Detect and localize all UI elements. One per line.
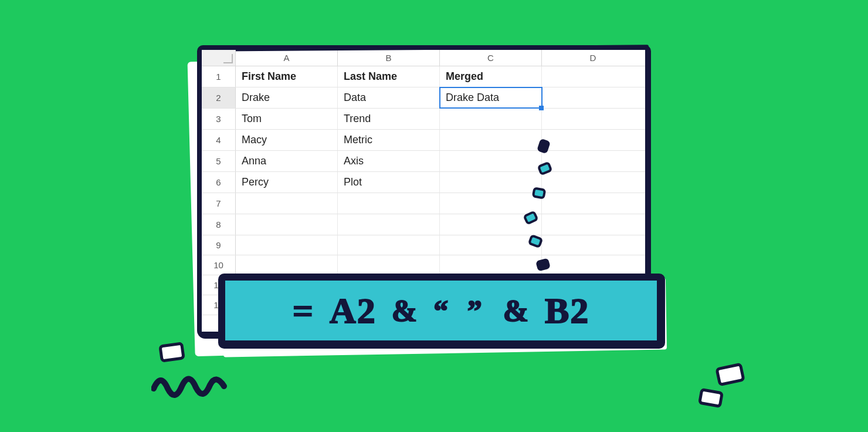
cell-a1[interactable]: First Name — [236, 66, 338, 87]
formula-ampersand: & — [503, 293, 530, 328]
cell-c10[interactable] — [440, 255, 542, 275]
cell-a3[interactable]: Tom — [236, 109, 338, 129]
decor-crumb-icon — [698, 388, 724, 409]
cell-c6[interactable] — [440, 172, 542, 193]
table-row: 7 — [202, 193, 645, 214]
cell-d7[interactable] — [542, 193, 644, 214]
cell-a4[interactable]: Macy — [236, 130, 338, 150]
cell-d3[interactable] — [542, 109, 644, 129]
row-header[interactable]: 10 — [202, 255, 236, 275]
cell-b4[interactable]: Metric — [338, 130, 440, 150]
decor-squiggle-icon — [151, 369, 228, 404]
table-row: 1 First Name Last Name Merged — [202, 66, 645, 87]
cell-b6[interactable]: Plot — [338, 172, 440, 193]
table-row: 10 — [202, 255, 645, 275]
table-row: 6 Percy Plot — [202, 172, 645, 193]
cell-b1[interactable]: Last Name — [338, 66, 440, 87]
column-header-d[interactable]: D — [542, 50, 644, 66]
row-header[interactable]: 9 — [202, 235, 236, 255]
cell-a9[interactable] — [236, 235, 338, 255]
column-header-c[interactable]: C — [440, 50, 542, 66]
formula-ref-a2: A2 — [330, 290, 377, 332]
cell-c5[interactable] — [440, 151, 542, 171]
cell-c9[interactable] — [440, 235, 542, 255]
column-header-row: A B C D — [202, 50, 645, 66]
cell-b7[interactable] — [338, 193, 440, 214]
cell-d1[interactable] — [542, 66, 644, 87]
cell-b10[interactable] — [338, 255, 440, 275]
banner-frame: = A2 & “ ” & B2 — [218, 274, 665, 349]
cell-a10[interactable] — [236, 255, 338, 275]
row-header[interactable]: 8 — [202, 214, 236, 235]
formula-quotes: “ ” — [433, 293, 488, 328]
row-header[interactable]: 5 — [202, 151, 236, 171]
cell-a6[interactable]: Percy — [236, 172, 338, 193]
row-header[interactable]: 3 — [202, 109, 236, 129]
cell-c7[interactable] — [440, 193, 542, 214]
table-row: 8 — [202, 214, 645, 235]
formula-equals: = — [293, 290, 314, 332]
cell-b9[interactable] — [338, 235, 440, 255]
formula-text: = A2 & “ ” & B2 — [225, 281, 657, 340]
table-row: 2 Drake Data Drake Data — [202, 87, 645, 109]
row-header[interactable]: 1 — [202, 66, 236, 87]
column-header-b[interactable]: B — [338, 50, 440, 66]
select-all-corner[interactable] — [202, 50, 236, 66]
cell-d6[interactable] — [542, 172, 644, 193]
decor-crumb-icon — [715, 363, 745, 387]
cell-a2[interactable]: Drake — [236, 87, 338, 108]
table-row: 9 — [202, 235, 645, 255]
cell-d2[interactable] — [542, 87, 644, 108]
row-header[interactable]: 7 — [202, 193, 236, 214]
formula-ampersand: & — [392, 293, 418, 328]
row-header[interactable]: 2 — [202, 87, 236, 108]
cell-c4[interactable] — [440, 130, 542, 150]
cell-a8[interactable] — [236, 214, 338, 235]
cell-b2[interactable]: Data — [338, 87, 440, 108]
cell-d10[interactable] — [542, 255, 644, 275]
table-row: 4 Macy Metric — [202, 130, 645, 151]
cell-c1[interactable]: Merged — [440, 66, 542, 87]
cell-c2[interactable]: Drake Data — [440, 87, 542, 108]
cell-d9[interactable] — [542, 235, 644, 255]
column-header-a[interactable]: A — [236, 50, 338, 66]
row-header[interactable]: 6 — [202, 172, 236, 193]
table-row: 3 Tom Trend — [202, 109, 645, 130]
row-header[interactable]: 4 — [202, 130, 236, 150]
cell-b3[interactable]: Trend — [338, 109, 440, 129]
cell-b8[interactable] — [338, 214, 440, 235]
cell-c3[interactable] — [440, 109, 542, 129]
table-row: 5 Anna Axis — [202, 151, 645, 172]
cell-b5[interactable]: Axis — [338, 151, 440, 171]
decor-crumb-icon — [158, 342, 185, 363]
cell-a5[interactable]: Anna — [236, 151, 338, 171]
cell-d4[interactable] — [542, 130, 644, 150]
drag-trail-icon — [532, 187, 547, 200]
cell-a7[interactable] — [236, 193, 338, 214]
formula-banner: = A2 & “ ” & B2 — [218, 274, 665, 349]
cell-d8[interactable] — [542, 214, 644, 235]
formula-ref-b2: B2 — [545, 290, 589, 332]
cell-d5[interactable] — [542, 151, 644, 171]
